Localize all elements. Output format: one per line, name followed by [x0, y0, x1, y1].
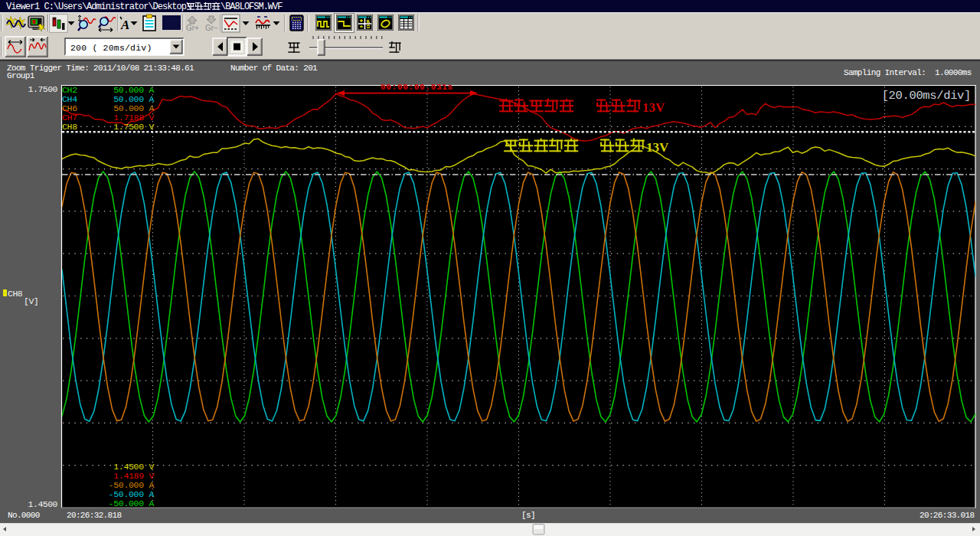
svg-text:[V]: [V] [24, 296, 38, 306]
svg-text:13V: 13V [646, 140, 669, 155]
svg-text:CH8: CH8 [62, 122, 77, 132]
svg-text:00:00:00.031s: 00:00:00.031s [381, 83, 453, 92]
svg-text:CH8: CH8 [8, 289, 23, 299]
svg-text:1.7500 V: 1.7500 V [113, 122, 154, 132]
svg-text:[20.00ms/div]: [20.00ms/div] [882, 89, 971, 103]
svg-text:13V: 13V [642, 100, 665, 115]
svg-text:1.7500: 1.7500 [28, 84, 58, 94]
svg-text:-50.000 A: -50.000 A [109, 498, 155, 508]
